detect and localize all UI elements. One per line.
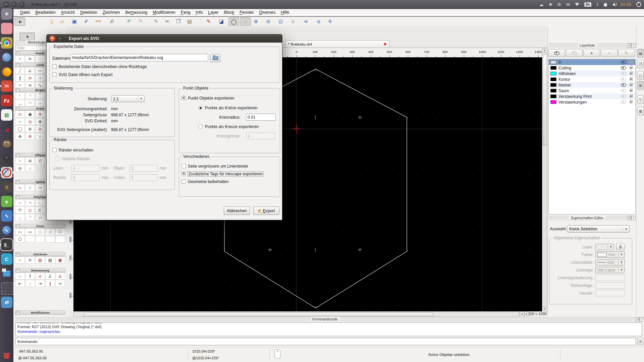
overwrite-checkbox[interactable]: [52, 64, 57, 69]
tool-zeichnen-0-3[interactable]: ▤: [45, 256, 55, 263]
tool-polylinie-1-2[interactable]: ⊏: [35, 206, 45, 214]
command-panel-float-button[interactable]: ❏: [635, 317, 640, 321]
layer-visibility-icon[interactable]: [621, 66, 626, 70]
power-icon[interactable]: [636, 2, 641, 7]
tool-linie-0-1[interactable]: ∠: [25, 67, 35, 74]
zoom-back-button[interactable]: ⊲: [301, 17, 311, 25]
menu-info[interactable]: Info: [193, 9, 205, 16]
tool-form-0-0[interactable]: ▭: [15, 228, 25, 235]
zoom-fit-button[interactable]: ⊡: [276, 17, 286, 25]
selection-tool-button[interactable]: ➤: [14, 17, 25, 26]
tool-bemassung-0-3[interactable]: ∠: [45, 273, 55, 280]
tool-kreis-0-0[interactable]: ⊙: [15, 111, 25, 118]
tool-polylinie-0-2[interactable]: ∟: [35, 199, 45, 206]
tool-kreis-1-0[interactable]: ○: [15, 118, 25, 125]
tool-polylinie-0-0[interactable]: ⌐: [15, 199, 25, 206]
tool-spline-0-0[interactable]: ∿: [15, 184, 25, 191]
tool-polylinie-2-1[interactable]: ⌝: [25, 214, 35, 221]
tool-form-1-3[interactable]: [45, 236, 55, 243]
menu-block[interactable]: Block: [221, 9, 237, 16]
browse-folder-button[interactable]: [210, 54, 220, 62]
launcher-item-app-pink[interactable]: [1, 23, 12, 34]
prop-lineweight-combo[interactable]: Von▼: [595, 259, 625, 265]
clock[interactable]: 20:55: [620, 2, 631, 7]
circle-radius-input[interactable]: 0.01: [246, 114, 275, 121]
tool-kreis-1-1[interactable]: ◎: [25, 118, 35, 125]
tool-kreis-2-1[interactable]: ⊜: [25, 125, 35, 132]
layer-row-saum[interactable]: Saum: [549, 88, 635, 94]
launcher-item-gimp[interactable]: [1, 138, 12, 149]
launcher-item-librecad[interactable]: ◢: [1, 124, 12, 135]
tool-bogen-1-2[interactable]: ⌣: [35, 100, 45, 107]
tool-form-1-4[interactable]: [55, 236, 65, 243]
layer-lock-icon[interactable]: [630, 95, 633, 98]
svg-export-button[interactable]: SVG: [93, 17, 103, 25]
menu-fenster[interactable]: Fenster: [237, 9, 256, 16]
tool-spline-0-1[interactable]: ≀: [25, 184, 35, 191]
show-all-layers-button[interactable]: [548, 49, 565, 57]
launcher-item-filezilla[interactable]: Fz: [1, 95, 12, 106]
tool-kreis-3-2[interactable]: ○: [35, 133, 45, 140]
menu-bemassung[interactable]: Bemassung: [123, 9, 150, 16]
menu-bearbeiten[interactable]: Bearbeiten: [33, 9, 58, 16]
tool-kreis-2-2[interactable]: ⊖: [35, 125, 45, 132]
tool-zeichnen-0-2[interactable]: ▧: [35, 256, 45, 263]
tool-polylinie-2-2[interactable]: ▱: [35, 214, 45, 221]
margins-enable-checkbox[interactable]: [52, 148, 57, 152]
launcher-item-placeholder-app[interactable]: [1, 282, 14, 295]
tool-bogen-0-0[interactable]: ◜: [15, 92, 25, 99]
launcher-item-libreoffice-calc[interactable]: ▦: [1, 109, 12, 121]
menu-fang[interactable]: Fang: [178, 9, 193, 16]
prop-input-6[interactable]: [595, 290, 625, 296]
block-list-toggle[interactable]: ❐: [637, 60, 644, 68]
tool-linie-1-1[interactable]: ⊘: [25, 74, 35, 81]
layer-row-cutting[interactable]: Cutting: [549, 65, 635, 71]
open-file-button[interactable]: ▱: [57, 17, 67, 25]
layer-lock-icon[interactable]: [630, 78, 633, 80]
margin-bottom-input[interactable]: 1: [129, 174, 158, 181]
launcher-item-google-earth[interactable]: ∿: [1, 225, 12, 236]
tool-form-0-2[interactable]: ⌂: [35, 228, 45, 235]
tool-ellipse-0-0[interactable]: ○: [15, 157, 25, 164]
volume-icon[interactable]: [612, 3, 615, 6]
tool-polylinie-0-1[interactable]: ¬: [25, 199, 35, 206]
cross-size-input[interactable]: 1: [246, 132, 275, 139]
launcher-item-system-monitor[interactable]: ∿: [1, 210, 12, 222]
zoom-window-button[interactable]: ⧈: [314, 17, 324, 25]
launcher-item-inkscape[interactable]: ⌃: [1, 153, 12, 164]
launcher-item-evernote[interactable]: e: [1, 196, 12, 207]
layer-visibility-icon[interactable]: [621, 60, 626, 64]
launcher-item-chrome[interactable]: [1, 37, 12, 49]
layer-visibility-icon[interactable]: [621, 100, 626, 104]
tool-form-0-3[interactable]: ⌂: [45, 228, 55, 235]
tool-bemassung-1-2[interactable]: ⇥: [35, 280, 45, 287]
cut-button[interactable]: ✂: [162, 17, 172, 25]
toolbar-drag-handle[interactable]: [15, 33, 18, 40]
scaling-combo[interactable]: 1:1▼: [111, 95, 145, 102]
keep-geometry-checkbox[interactable]: [181, 179, 186, 184]
launcher-item-firefox[interactable]: [1, 66, 12, 77]
command-input[interactable]: Kommando:: [15, 338, 636, 345]
cancel-button[interactable]: Abbrechen: [224, 206, 250, 215]
section-modifizieren[interactable]: −Modifizieren: [15, 310, 65, 315]
zoom-selection-button[interactable]: ⊕: [288, 17, 298, 25]
prop-input-4[interactable]: [595, 275, 625, 281]
edit-layer-button[interactable]: ✎: [618, 49, 635, 57]
layer-visibility-icon[interactable]: [621, 72, 626, 75]
undo-button[interactable]: ↶: [124, 17, 134, 25]
tool-punkt-0-0[interactable]: +: [15, 55, 25, 62]
section-zeichnen[interactable]: −Zeichnen: [15, 252, 65, 256]
snap-selection-button[interactable]: ➤: [19, 33, 35, 41]
launcher-item-folder-sync[interactable]: ⇄: [1, 297, 12, 308]
clipboard-paperclip-icon[interactable]: ✇: [557, 2, 561, 7]
tool-form-1-0[interactable]: ⎔: [15, 236, 25, 243]
property-editor-toggle[interactable]: ☰: [637, 81, 644, 90]
layer-visibility-icon[interactable]: [621, 77, 626, 81]
layer-visibility-icon[interactable]: [621, 83, 626, 87]
launcher-item-terminal[interactable]: $_: [1, 239, 12, 250]
dropbox-sync-icon[interactable]: ❖: [548, 2, 552, 7]
notifications-bell-icon[interactable]: [604, 3, 607, 6]
prop-linetype-combo[interactable]: Von Layer▼: [595, 267, 625, 273]
library-browser-toggle[interactable]: ▤: [637, 49, 644, 58]
tab-rokkaku-dxf[interactable]: * Rokkaku.dxf ✖: [285, 40, 390, 48]
